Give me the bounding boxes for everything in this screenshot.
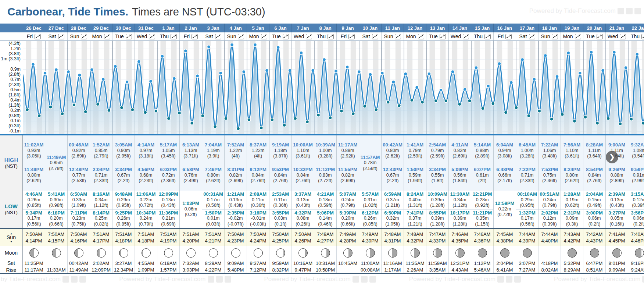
moon-cell-9 (225, 246, 247, 259)
high-tide-entry: 11:55PM0.82m(2.69ft) (337, 166, 359, 184)
day-expand-button-20[interactable] (484, 34, 491, 39)
day-expand-button-7[interactable] (192, 34, 198, 39)
scroll-right-button[interactable]: ❯ (606, 151, 618, 163)
moonrise-time: 5:46AM (474, 267, 491, 273)
date-cell-8[interactable]: 3 Jan (202, 24, 225, 32)
day-expand-button-8[interactable] (215, 34, 221, 39)
low-tide-height-ft: (0.43ft) (157, 203, 179, 209)
y-axis-label-3: 0.9m (2.8ft) (0, 67, 23, 77)
low-tide-height-m: 0.34m (449, 197, 471, 203)
date-cell-11[interactable]: 6 Jan (269, 24, 292, 32)
high-tide-height-ft: (3.64ft) (583, 153, 605, 159)
date-cell-22[interactable]: 17 Jan (516, 24, 539, 32)
date-cell-27[interactable]: 22 Jan (628, 24, 644, 32)
day-expand-button-22[interactable] (529, 34, 535, 39)
rise-row-label: Rise (0, 267, 23, 273)
day-expand-button-1[interactable] (58, 34, 64, 39)
date-cell-15[interactable]: 10 Jan (359, 24, 382, 32)
low-tide-entry: 2:04AM0.15m(0.49ft) (583, 191, 605, 209)
date-cell-19[interactable]: 14 Jan (449, 24, 471, 32)
high-tide-time: 6:04AM (494, 142, 516, 148)
sunset-time: 4:26PM (292, 238, 314, 244)
day-expand-button-27[interactable] (641, 34, 644, 39)
day-expand-button-15[interactable] (372, 34, 378, 39)
day-expand-button-5[interactable] (149, 34, 155, 39)
low-tide-cell-5: 11:06AM0.22m(0.72ft)10:34PM0.24m(0.79ft) (135, 191, 157, 228)
day-expand-button-2[interactable] (81, 34, 87, 39)
date-cell-12[interactable]: 7 Jan (292, 24, 314, 32)
high-tide-cell-5: 4:14AM0.97m(3.18ft)4:56PM0.68m(2.23ft) (135, 135, 157, 191)
day-expand-button-12[interactable] (306, 34, 312, 39)
watermark-icon (216, 276, 223, 283)
day-expand-button-17[interactable] (418, 34, 424, 39)
moonset-time: 7:32AM (183, 261, 199, 266)
low-tide-height-ft: (0.95ft) (112, 203, 135, 209)
low-tide-time: 1:03PM (180, 201, 202, 206)
high-tide-height-ft: (2.59ft) (404, 153, 426, 159)
date-cell-3[interactable]: 29 Dec (90, 24, 112, 32)
date-cell-23[interactable]: 18 Jan (539, 24, 561, 32)
day-expand-button-24[interactable] (575, 34, 581, 39)
day-expand-button-3[interactable] (104, 34, 110, 39)
high-tide-height-ft: (2.95ft) (112, 153, 135, 159)
day-expand-button-11[interactable] (283, 34, 289, 39)
day-expand-button-23[interactable] (552, 34, 558, 39)
date-cell-21[interactable]: 16 Jan (494, 24, 516, 32)
day-expand-button-26[interactable] (620, 34, 626, 39)
high-tide-cell-12: 10:00AM1.10m(3.61ft)10:32PM0.84m(2.76ft) (292, 135, 314, 191)
moonset-time: 3:07PM (519, 261, 536, 266)
high-tide-time: 7:53PM (539, 167, 561, 173)
date-cell-13[interactable]: 8 Jan (314, 24, 337, 32)
low-tide-height-ft: (0.79ft) (135, 222, 157, 227)
moonrise-time: 8:02AM (541, 267, 558, 273)
date-cell-24[interactable]: 19 Jan (561, 24, 583, 32)
low-tide-entry: 6:50AM0.33m(1.09ft) (68, 191, 90, 209)
low-tide-time: 2:53AM (269, 191, 291, 197)
date-cell-7[interactable]: 2 Jan (180, 24, 202, 32)
day-expand-button-14[interactable] (348, 34, 355, 39)
date-cell-1[interactable]: 27 Dec (45, 24, 68, 32)
day-expand-button-4[interactable] (126, 34, 132, 39)
date-cell-18[interactable]: 13 Jan (426, 24, 449, 32)
date-cell-0[interactable]: 26 Dec (23, 24, 45, 32)
day-expand-button-21[interactable] (505, 34, 512, 39)
date-cell-9[interactable]: 4 Jan (225, 24, 247, 32)
date-cell-2[interactable]: 28 Dec (68, 24, 90, 32)
date-cell-20[interactable]: 15 Jan (471, 24, 494, 32)
day-expand-button-6[interactable] (171, 34, 177, 39)
date-cell-10[interactable]: 5 Jan (247, 24, 269, 32)
day-expand-button-13[interactable] (328, 34, 334, 39)
low-tide-entry: 4:21AM0.18m(0.59ft) (314, 191, 336, 209)
weekday-label: Sat (362, 33, 370, 39)
date-cell-6[interactable]: 1 Jan (157, 24, 180, 32)
low-tide-entry: 11:36PM0.21m(0.69ft) (157, 209, 179, 228)
date-cell-5[interactable]: 31 Dec (135, 24, 157, 32)
date-cell-16[interactable]: 11 Jan (382, 24, 404, 32)
day-expand-button-16[interactable] (395, 34, 401, 39)
date-cell-25[interactable]: 20 Jan (583, 24, 606, 32)
day-expand-button-25[interactable] (597, 34, 603, 39)
moonrise-cell-2: 11:49AM (68, 267, 90, 273)
high-tide-time: 10:00AM (292, 142, 314, 148)
date-cell-14[interactable]: 9 Jan (337, 24, 359, 32)
high-tide-entry: 6:03PM0.72m(2.36ft) (157, 166, 179, 184)
day-expand-button-0[interactable] (35, 34, 41, 39)
day-expand-button-9[interactable] (238, 34, 244, 39)
sunset-time: 4:17PM (90, 238, 112, 244)
sun-cell-14: 7:49AM4:28PM (337, 229, 359, 246)
date-cell-4[interactable]: 30 Dec (112, 24, 135, 32)
moon-phase-icon (254, 248, 263, 258)
high-tide-height-ft: (2.2ft) (382, 178, 404, 184)
day-expand-button-18[interactable] (440, 34, 446, 39)
sunrise-time: 7:43AM (561, 231, 583, 237)
date-cell-26[interactable]: 21 Jan (606, 24, 628, 32)
low-tide-entry: 8:24AM0.40m(1.31ft) (404, 191, 426, 209)
high-tide-time: 3:05AM (112, 142, 135, 148)
day-expand-button-10[interactable] (261, 34, 267, 39)
sun-cell-2: 7:50AM4:16PM (68, 229, 90, 246)
low-tide-height-m: 0.37m (404, 216, 426, 222)
day-expand-button-19[interactable] (463, 34, 469, 39)
low-tide-entry: 5:34PM0.17m(0.56ft) (23, 209, 45, 228)
moon-cell-11 (269, 246, 292, 259)
date-cell-17[interactable]: 12 Jan (404, 24, 426, 32)
